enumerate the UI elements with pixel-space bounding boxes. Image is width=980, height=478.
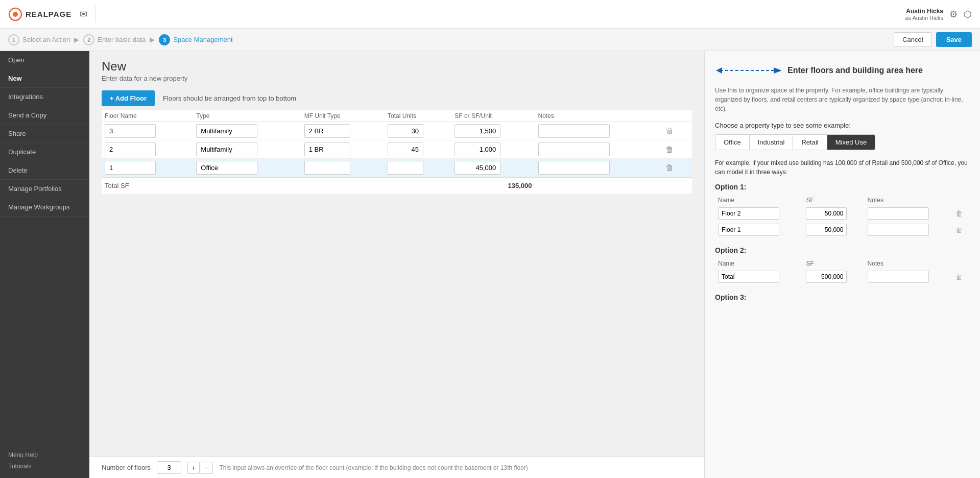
opt1-name-input-1[interactable] xyxy=(718,207,779,220)
delete-row-button-1[interactable]: 🗑 xyxy=(662,126,677,137)
num-floors-label: Number of floors xyxy=(102,464,151,471)
add-floor-button[interactable]: + Add Floor xyxy=(102,90,155,106)
increment-button[interactable]: + xyxy=(187,462,200,474)
export-icon[interactable]: ⬡ xyxy=(964,9,972,20)
step-2-label: Enter basic data xyxy=(98,36,146,43)
type-tab-industrial[interactable]: Industrial xyxy=(750,135,794,150)
step-arrow-2: ▶ xyxy=(150,36,155,43)
cancel-button[interactable]: Cancel xyxy=(894,32,931,47)
mail-icon[interactable]: ✉ xyxy=(80,9,87,20)
sidebar: Open New Integrations Send a Copy Share … xyxy=(0,51,89,478)
step-3-label: Space Management xyxy=(173,36,232,43)
opt1-delete-button-2[interactable]: 🗑 xyxy=(955,226,963,234)
floor-notes-input-2[interactable] xyxy=(538,142,610,156)
opt2-delete-button-1[interactable]: 🗑 xyxy=(955,273,963,281)
wizard-step-1[interactable]: 1 Select an Action xyxy=(8,34,70,45)
wizard-step-2[interactable]: 2 Enter basic data xyxy=(83,34,146,45)
right-panel: Enter floors and building area here Use … xyxy=(704,51,980,478)
floor-sf-input-3[interactable] xyxy=(455,161,500,175)
main-layout: Open New Integrations Send a Copy Share … xyxy=(0,51,980,478)
type-tab-mixed-use[interactable]: Mixed Use xyxy=(827,135,875,150)
delete-row-button-3[interactable]: 🗑 xyxy=(662,162,677,174)
sidebar-item-send-copy[interactable]: Send a Copy xyxy=(0,106,89,125)
opt1-name-input-2[interactable] xyxy=(718,224,779,236)
opt1-notes-input-2[interactable] xyxy=(868,224,929,236)
decrement-button[interactable]: − xyxy=(201,462,213,474)
opt1-sf-input-1[interactable] xyxy=(806,207,847,220)
opt1-col-notes: Notes xyxy=(865,195,952,205)
gear-icon[interactable]: ⚙ xyxy=(949,9,958,20)
page-title: New xyxy=(102,59,692,74)
step-2-circle: 2 xyxy=(83,34,94,45)
step-1-circle: 1 xyxy=(8,34,19,45)
floor-mf-unit-type-input-3[interactable] xyxy=(304,161,350,175)
toolbar-hint: Floors should be arranged from top to bo… xyxy=(163,94,296,102)
sidebar-tutorials[interactable]: Tutorials xyxy=(8,461,81,472)
main-content: New Enter data for a new property + Add … xyxy=(89,51,704,478)
user-sub: as Austin Hicks xyxy=(905,15,943,21)
floor-type-input-1[interactable] xyxy=(196,124,257,138)
sidebar-item-open[interactable]: Open xyxy=(0,51,89,69)
sidebar-item-new[interactable]: New xyxy=(0,69,89,88)
opt2-sf-input-1[interactable] xyxy=(806,271,847,283)
page-subtitle: Enter data for a new property xyxy=(102,75,692,82)
col-mf-unit-type: MF Unit Type xyxy=(301,110,385,122)
sidebar-item-manage-portfolios[interactable]: Manage Portfolios xyxy=(0,180,89,198)
delete-row-button-2[interactable]: 🗑 xyxy=(662,144,677,155)
sidebar-spacer xyxy=(0,217,89,443)
top-bar: REALPAGE ✉ Austin Hicks as Austin Hicks … xyxy=(0,0,980,29)
floor-notes-input-1[interactable] xyxy=(538,124,610,138)
floor-name-input-2[interactable] xyxy=(105,142,156,156)
type-tab-office[interactable]: Office xyxy=(715,135,750,150)
sidebar-item-delete[interactable]: Delete xyxy=(0,161,89,180)
floor-total-units-input-2[interactable] xyxy=(388,142,423,156)
floor-mf-unit-type-input-2[interactable] xyxy=(304,142,350,156)
sidebar-item-share[interactable]: Share xyxy=(0,125,89,143)
num-floors-hint: This input allows an override of the flo… xyxy=(219,464,528,471)
option1-heading: Option 1: xyxy=(715,183,970,191)
wizard-step-3[interactable]: 3 Space Management xyxy=(159,34,232,45)
opt1-sf-input-2[interactable] xyxy=(806,224,847,236)
total-sf-value: 135,000 xyxy=(451,177,535,194)
floor-sf-input-1[interactable] xyxy=(455,124,500,138)
sidebar-item-integrations[interactable]: Integrations xyxy=(0,88,89,106)
floor-mf-unit-type-input-1[interactable] xyxy=(304,124,350,138)
floor-sf-input-2[interactable] xyxy=(455,142,500,156)
wizard-bar: 1 Select an Action ▶ 2 Enter basic data … xyxy=(0,29,980,51)
opt1-col-sf: SF xyxy=(803,195,864,205)
floor-name-input-1[interactable] xyxy=(105,124,156,138)
divider xyxy=(95,6,96,22)
totals-row: Total SF 135,000 xyxy=(102,177,692,194)
floor-type-input-3[interactable] xyxy=(196,161,257,175)
table-row: 🗑 xyxy=(102,159,692,178)
panel-example-desc: For example, if your mixed use building … xyxy=(715,158,970,177)
save-button[interactable]: Save xyxy=(936,32,972,47)
col-total-units: Total Units xyxy=(385,110,451,122)
wizard-actions: Cancel Save xyxy=(894,32,972,47)
floor-notes-input-3[interactable] xyxy=(538,161,610,175)
type-tab-retail[interactable]: Retail xyxy=(793,135,827,150)
bottom-bar: Number of floors + − This input allows a… xyxy=(89,457,704,478)
table-row: 🗑 xyxy=(102,122,692,140)
step-3-circle: 3 xyxy=(159,34,170,45)
opt2-notes-input-1[interactable] xyxy=(868,271,929,283)
num-floors-input[interactable] xyxy=(157,461,181,474)
sidebar-menu-help[interactable]: Menu Help xyxy=(8,449,81,461)
floor-type-input-2[interactable] xyxy=(196,142,257,156)
page-header: New Enter data for a new property xyxy=(89,51,704,86)
toolbar: + Add Floor Floors should be arranged fr… xyxy=(89,86,704,110)
opt1-notes-input-1[interactable] xyxy=(868,207,929,220)
choose-label: Choose a property type to see some examp… xyxy=(715,122,970,129)
sidebar-item-duplicate[interactable]: Duplicate xyxy=(0,143,89,161)
total-sf-label: Total SF xyxy=(102,177,193,194)
sidebar-bottom: Menu Help Tutorials xyxy=(0,443,89,478)
floor-name-input-3[interactable] xyxy=(105,161,156,175)
floor-table: Floor Name Type MF Unit Type Total Units… xyxy=(102,110,692,194)
opt1-delete-button-1[interactable]: 🗑 xyxy=(955,209,963,218)
opt2-name-input-1[interactable] xyxy=(718,271,779,283)
floor-total-units-input-1[interactable] xyxy=(388,124,423,138)
opt1-col-name: Name xyxy=(715,195,803,205)
option2-table: Name SF Notes 🗑 xyxy=(715,258,970,285)
floor-total-units-input-3[interactable] xyxy=(388,161,423,175)
sidebar-item-manage-workgroups[interactable]: Manage Workgroups xyxy=(0,198,89,217)
